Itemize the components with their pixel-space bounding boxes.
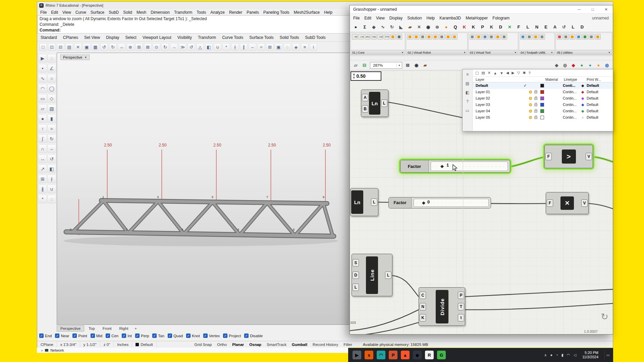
toolbar-tab[interactable]: CPlanes [63, 35, 78, 40]
osnap-option[interactable]: Point [72, 334, 87, 338]
toolbar-icon[interactable]: ↔ [118, 43, 125, 51]
component-icon[interactable] [576, 34, 582, 40]
osnap-option[interactable]: Knot [186, 334, 200, 338]
layer-print-width[interactable]: Default [587, 90, 598, 94]
tray-icon[interactable]: ◠ [567, 353, 570, 357]
layer-name[interactable]: Layer 01 [476, 90, 490, 94]
toolbar-icon[interactable]: ◧ [205, 43, 213, 51]
status-toggle[interactable]: Gumball [289, 343, 310, 347]
palette-tool-icon[interactable]: ⌣ [47, 144, 56, 153]
osnap-option[interactable]: Near [55, 334, 69, 338]
canvas-toolbar-icon[interactable]: ▰ [422, 62, 428, 68]
palette-tool-icon[interactable]: ◌ [47, 195, 56, 203]
toolbar-tab[interactable]: Solid Tools [280, 35, 299, 40]
toolbar-tab[interactable]: Select [125, 35, 137, 40]
plugin-toolbar-icon[interactable]: ◣ [398, 24, 404, 30]
palette-tool-icon[interactable]: ▱ [38, 104, 47, 113]
grasshopper-menu-item[interactable]: View [376, 16, 385, 20]
display-settings-icon[interactable]: ◍ [562, 62, 568, 68]
input-port-s[interactable]: S [353, 259, 359, 266]
taskbar-app-icon[interactable]: ▶ [353, 351, 361, 359]
component-icon[interactable]: PTP [384, 34, 389, 40]
grasshopper-menu-item[interactable]: Help [427, 16, 435, 20]
chevron-down-icon[interactable] [396, 64, 402, 67]
osnap-option[interactable]: Cen [106, 334, 118, 338]
taskbar-app-icon[interactable]: ▲ [401, 351, 410, 359]
toolbar-icon[interactable]: ⊞ [135, 43, 143, 51]
palette-tool-icon[interactable]: ○ [47, 74, 56, 83]
palette-tool-icon[interactable]: ● [38, 114, 47, 123]
column-header[interactable]: Print W... [587, 77, 601, 81]
display-settings-icon[interactable]: ● [579, 62, 585, 68]
gh-component-ln-2[interactable]: Ln L [350, 188, 378, 216]
component-icon[interactable] [414, 34, 419, 40]
gh-component-multiply[interactable]: F ✕ V [546, 192, 589, 214]
grasshopper-menu-item[interactable]: Display [389, 16, 402, 20]
rhino-menu-item[interactable]: Tools [197, 10, 206, 15]
tray-icon[interactable]: ● [550, 353, 552, 357]
component-icon[interactable] [595, 34, 601, 40]
toolbar-tab[interactable]: Set View [84, 35, 100, 40]
slider-knob[interactable] [422, 200, 425, 205]
component-icon[interactable] [482, 34, 488, 40]
checkbox-checked-icon[interactable] [186, 334, 191, 338]
plugin-toolbar-icon[interactable]: K [488, 24, 495, 30]
component-icon[interactable] [452, 34, 458, 40]
number-slider-factor-0[interactable]: Factor 0 [388, 197, 491, 208]
component-icon[interactable] [407, 34, 413, 40]
osnap-option[interactable]: Tan [152, 334, 164, 338]
layers-toolbar-icon[interactable]: ◀ [506, 71, 509, 75]
canvas-toolbar-icon[interactable]: ⊟ [361, 62, 368, 68]
plugin-toolbar-icon[interactable]: ✕ [506, 24, 513, 30]
layer-material-diamond-icon[interactable] [581, 115, 584, 120]
minimize-button[interactable]: ─ [573, 5, 586, 14]
viewport-tab[interactable]: Right [116, 326, 131, 331]
group-label-bar[interactable]: 03 | Virtual Tool▼ [469, 50, 518, 55]
checkbox-checked-icon[interactable] [72, 334, 77, 338]
plugin-toolbar-icon[interactable]: L [570, 24, 576, 30]
gh-component-ln-1[interactable]: A B Ln L [361, 89, 388, 117]
input-port-k[interactable]: K [420, 314, 426, 321]
palette-tool-icon[interactable]: ∫ [38, 134, 47, 143]
toolbar-icon[interactable]: → [170, 43, 178, 51]
toolbar-icon[interactable]: ≡ [301, 43, 309, 51]
layer-linetype[interactable]: Contin... [563, 96, 577, 100]
palette-tool-icon[interactable]: ↔ [38, 155, 47, 163]
grasshopper-menu-item[interactable]: Karamba3D [439, 16, 461, 20]
group-label-bar[interactable]: 01 | Core▼ [351, 50, 405, 55]
plugin-toolbar-icon[interactable]: ⊚ [434, 24, 440, 30]
palette-tool-icon[interactable]: ∦ [38, 185, 47, 193]
viewport-tab[interactable]: Front [99, 326, 115, 331]
layer-material-diamond-icon[interactable] [581, 90, 584, 94]
rhino-menu-item[interactable]: File [40, 10, 47, 15]
toolbar-icon[interactable]: ▤ [65, 43, 73, 51]
component-icon[interactable]: CIR [377, 34, 383, 40]
toolbar-tab[interactable]: Visibility [177, 35, 192, 40]
component-icon[interactable] [426, 34, 432, 40]
layer-material-diamond-icon[interactable] [581, 83, 584, 88]
layer-color-swatch[interactable] [540, 97, 544, 100]
output-port-v[interactable]: V [581, 199, 588, 207]
component-icon[interactable]: LIN [358, 34, 364, 40]
partial-number-component[interactable]: 8 0 0.50 [351, 71, 381, 81]
palette-tool-icon[interactable]: ↗ [38, 165, 47, 173]
palette-tool-icon[interactable]: ≈ [47, 124, 56, 133]
recompute-icon[interactable] [601, 311, 608, 322]
layer-visibility-bulb-icon[interactable] [529, 110, 532, 113]
checkbox-checked-icon[interactable] [106, 334, 110, 338]
rhino-menu-item[interactable]: Panels [247, 10, 259, 15]
status-toggle[interactable]: Ortho [214, 343, 229, 347]
toolbar-icon[interactable]: ⊠ [144, 43, 152, 51]
layer-print-width[interactable]: Default [587, 83, 599, 87]
layer-color-swatch[interactable] [540, 84, 544, 87]
toolbar-icon[interactable]: ▣ [83, 43, 91, 51]
palette-tool-icon[interactable]: ∿ [38, 74, 47, 83]
canvas-toolbar-icon[interactable]: ⊠ [405, 62, 411, 68]
perspective-viewport[interactable]: Perspective ▼ 2.502.502.502.502.50 13579 [57, 53, 350, 325]
plugin-toolbar-icon[interactable]: ✕ [416, 24, 422, 30]
display-settings-icon[interactable]: ● [587, 62, 593, 68]
toolbar-icon[interactable]: ↺ [187, 43, 195, 51]
rhino-menu-item[interactable]: Surface [91, 10, 104, 15]
toolbar-icon[interactable]: ∤ [231, 43, 239, 51]
checkbox-checked-icon[interactable] [122, 334, 126, 338]
